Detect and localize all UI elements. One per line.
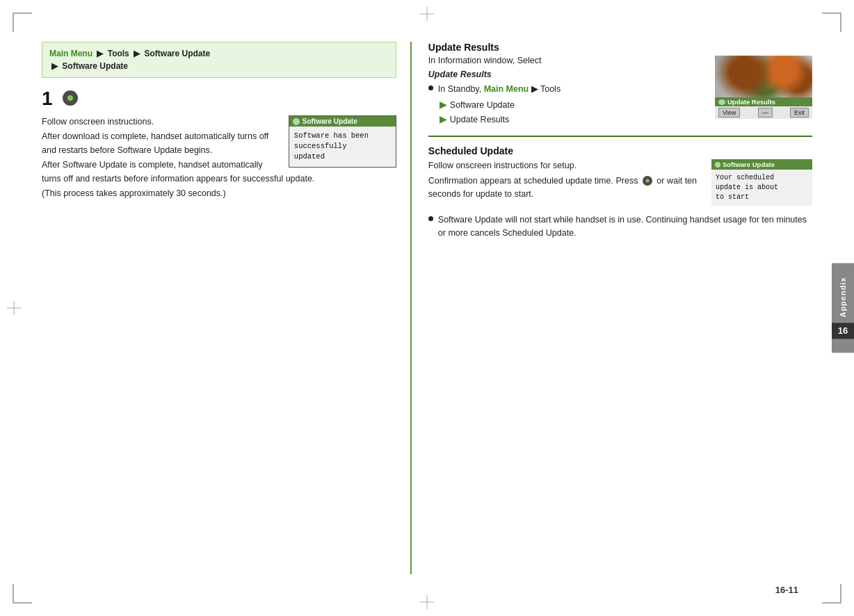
crosshair-bottom bbox=[420, 595, 434, 609]
left-column: Main Menu ▶ Tools ▶ Software Update ▶ So… bbox=[42, 42, 412, 574]
arrow-sym-1: ▶ bbox=[440, 99, 446, 112]
sched-title: Software Update bbox=[723, 161, 775, 168]
appendix-sidebar: Appendix 16 bbox=[832, 263, 854, 352]
ur-arrow2-label: Update Results bbox=[450, 113, 509, 127]
ur-body: View — Exit bbox=[715, 106, 812, 119]
bc-arrow2: ▶ bbox=[134, 49, 140, 58]
sched-line2: update is about bbox=[716, 183, 808, 193]
scheduled-update-screenshot: Software Update Your scheduled update is… bbox=[711, 159, 812, 206]
sched-title-bar: Software Update bbox=[711, 159, 812, 170]
software-update-screenshot: Software Update Software has been succes… bbox=[289, 115, 396, 168]
screenshot-title-bar: Software Update bbox=[289, 116, 396, 127]
screenshot-line2: successfully bbox=[294, 141, 391, 152]
bc-arrow3: ▶ bbox=[51, 61, 58, 71]
ur-b1-text: In Standby, bbox=[438, 84, 481, 94]
update-results-section: Update Results Update Results View — Exi… bbox=[428, 42, 812, 127]
breadcrumb-line2: ▶ Software Update bbox=[49, 60, 389, 72]
page-number: 16-11 bbox=[775, 585, 798, 595]
section-divider bbox=[428, 136, 812, 137]
step-icon bbox=[63, 90, 78, 106]
crosshair-top bbox=[420, 7, 434, 21]
sched-press-icon bbox=[643, 176, 652, 186]
sched-icon bbox=[715, 162, 720, 168]
scheduled-update-section: Scheduled Update Software Update Your sc… bbox=[428, 145, 812, 240]
ur-arrow2: ▶ Update Results bbox=[440, 113, 708, 127]
ur-arrow1-label: Software Update bbox=[450, 99, 515, 112]
appendix-number: 16 bbox=[832, 323, 854, 339]
corner-decoration-bl bbox=[13, 584, 32, 603]
screenshot-title: Software Update bbox=[303, 117, 357, 125]
right-column: Update Results Update Results View — Exi… bbox=[412, 42, 812, 574]
ur-subtitle-text: In Information window, Select bbox=[428, 56, 542, 65]
update-results-body: Update Results View — Exit In Informatio… bbox=[428, 56, 812, 127]
scheduled-update-title: Scheduled Update bbox=[428, 145, 812, 156]
bc-software-update2: Software Update bbox=[62, 61, 128, 71]
sched-bullet-dot bbox=[428, 216, 433, 221]
ur-view-btn: View bbox=[718, 108, 740, 117]
sched-bullet1-text: Software Update will not start while han… bbox=[438, 213, 812, 240]
ur-dash-btn: — bbox=[758, 108, 773, 117]
crosshair-left bbox=[7, 301, 21, 315]
ur-title-bar: Update Results bbox=[715, 97, 812, 106]
step-row: 1 bbox=[42, 89, 396, 108]
ur-icon bbox=[718, 99, 725, 105]
ur-b1-rest: ▶ Tools bbox=[531, 84, 561, 94]
page-content: Main Menu ▶ Tools ▶ Software Update ▶ So… bbox=[42, 42, 812, 574]
breadcrumb-box: Main Menu ▶ Tools ▶ Software Update ▶ So… bbox=[42, 42, 396, 78]
sched-line1: Your scheduled bbox=[716, 173, 808, 183]
corner-decoration-tl bbox=[13, 13, 32, 32]
breadcrumb-line1: Main Menu ▶ Tools ▶ Software Update bbox=[49, 47, 389, 60]
update-results-screenshot: Update Results View — Exit bbox=[715, 56, 812, 119]
ur-bullet1: In Standby, Main Menu ▶ Tools bbox=[428, 83, 708, 96]
step-number: 1 bbox=[42, 89, 53, 108]
arrow-sym-2: ▶ bbox=[440, 113, 446, 127]
scheduled-update-body: Software Update Your scheduled update is… bbox=[428, 159, 812, 211]
corner-decoration-br bbox=[822, 584, 841, 603]
screenshot-icon bbox=[293, 118, 300, 125]
screenshot-body: Software has been successfully updated bbox=[289, 127, 396, 167]
ur-b1-green: Main Menu bbox=[484, 84, 529, 94]
sched-bullet1: Software Update will not start while han… bbox=[428, 213, 812, 240]
bc-main-menu: Main Menu bbox=[49, 49, 92, 58]
bc-tools: Tools bbox=[108, 49, 129, 58]
bc-software-update: Software Update bbox=[144, 49, 210, 58]
ur-arrow1: ▶ Software Update bbox=[440, 99, 708, 112]
corner-decoration-tr bbox=[822, 13, 841, 32]
ur-exit-btn: Exit bbox=[790, 108, 809, 117]
screenshot-line1: Software has been bbox=[294, 131, 391, 141]
appendix-label: Appendix bbox=[839, 277, 847, 317]
sched-inst-2a: Confirmation appears at scheduled update… bbox=[428, 176, 638, 186]
ur-italic-label: Update Results bbox=[428, 70, 492, 79]
ur-photo bbox=[715, 56, 812, 97]
bullet-dot-1 bbox=[428, 86, 433, 90]
ur-bullet1-text: In Standby, Main Menu ▶ Tools bbox=[438, 83, 561, 96]
bc-arrow1: ▶ bbox=[97, 49, 103, 58]
instruction-line4: (This process takes approximately 30 sec… bbox=[42, 187, 396, 200]
sched-body: Your scheduled update is about to start bbox=[711, 170, 812, 206]
ur-title: Update Results bbox=[727, 98, 775, 106]
screenshot-line3: updated bbox=[294, 152, 391, 162]
instructions-area: Software Update Software has been succes… bbox=[42, 115, 396, 210]
update-results-title: Update Results bbox=[428, 42, 812, 53]
sched-line3: to start bbox=[716, 193, 808, 202]
